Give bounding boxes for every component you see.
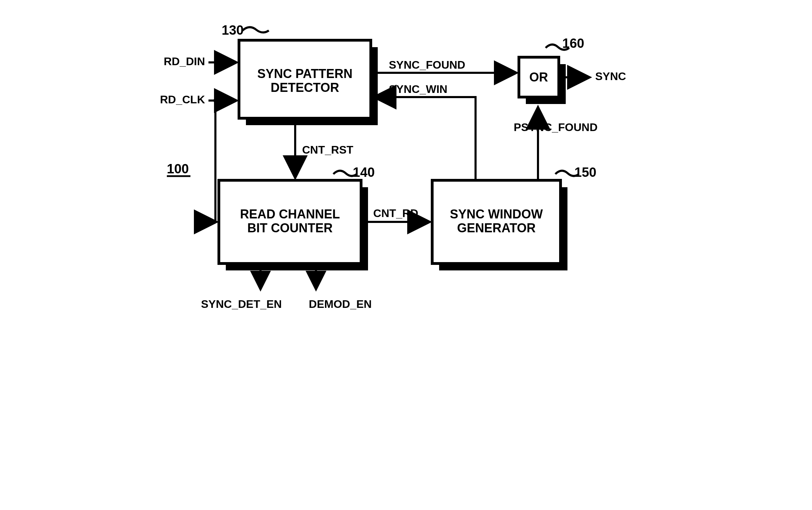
or-label: OR (529, 70, 548, 84)
sig-demod-en: DEMOD_EN (309, 298, 371, 310)
sig-sync-win: SYNC_WIN (389, 83, 447, 95)
ref-100: 100 (167, 162, 189, 176)
rcbc-line2: BIT COUNTER (247, 221, 333, 235)
rcbc-line1: READ CHANNEL (240, 207, 340, 221)
swg-line1: SYNC WINDOW (450, 207, 543, 221)
ref-130: 130 (222, 23, 243, 37)
sig-rd-din: RD_DIN (163, 55, 205, 68)
sig-sync-det-en: SYNC_DET_EN (201, 298, 282, 310)
ref-140: 140 (353, 165, 375, 180)
sig-cnt-rst: CNT_RST (302, 144, 353, 156)
read-channel-bit-counter-block: READ CHANNEL BIT COUNTER (219, 180, 368, 270)
spd-line2: DETECTOR (271, 80, 339, 95)
spd-line1: SYNC PATTERN (257, 67, 352, 81)
sig-cnt-rd: CNT_RD (373, 207, 418, 219)
sync-pattern-detector-block: SYNC PATTERN DETECTOR (239, 40, 378, 125)
sig-sync-found: SYNC_FOUND (389, 59, 465, 71)
sig-sync: SYNC (595, 70, 626, 83)
or-gate-block: OR (519, 57, 566, 104)
sig-rd-clk: RD_CLK (160, 93, 205, 106)
sig-psync-found: PSYNC_FOUND (514, 121, 598, 133)
swg-line2: GENERATOR (457, 221, 536, 235)
sync-window-generator-block: SYNC WINDOW GENERATOR (432, 180, 567, 270)
ref-150: 150 (574, 165, 596, 180)
ref-160: 160 (562, 36, 584, 51)
block-diagram: SYNC PATTERN DETECTOR 130 OR 160 READ CH… (146, 7, 666, 333)
